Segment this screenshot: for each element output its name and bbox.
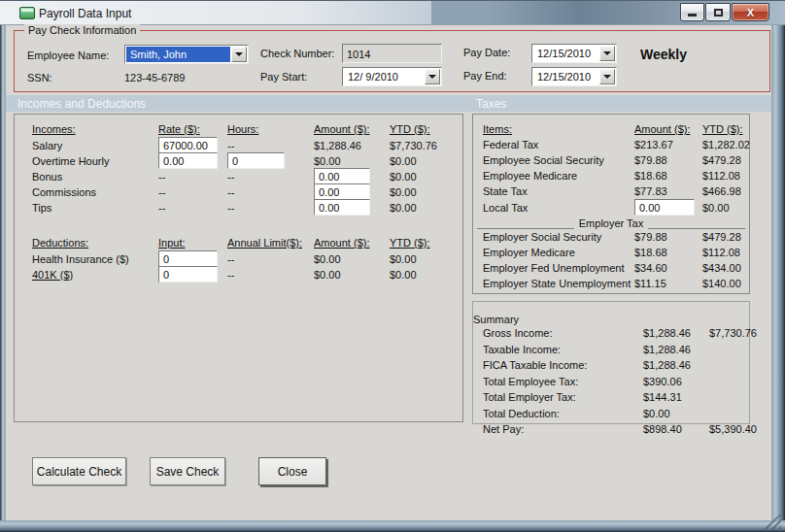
employee-name-label: Employee Name: (27, 50, 109, 61)
summary-groupbox: Summary Gross Income:$1,288.46$7,730.76 … (472, 301, 750, 424)
summary-row-total-deduction: Total Deduction:$0.00 (473, 406, 749, 422)
pay-start-datepicker[interactable]: 12/ 9/2010 (342, 67, 442, 86)
summary-title: Summary (473, 314, 519, 325)
summary-row-gross-income: Gross Income:$1,288.46$7,730.76 (473, 325, 749, 342)
incomes-deductions-panel: Incomes:Rate ($):Hours:Amount ($):YTD ($… (14, 114, 463, 422)
save-check-button[interactable]: Save Check (150, 457, 225, 485)
overtime-rate-input[interactable] (158, 152, 218, 169)
tax-row-employer-medicare: Employer Medicare$18.68$112.08 (473, 245, 749, 260)
chevron-down-icon (235, 52, 243, 56)
pay-start-value: 12/ 9/2010 (344, 69, 424, 84)
check-number-field[interactable] (342, 44, 442, 63)
pay-frequency-label: Weekly (640, 47, 687, 62)
close-form-button[interactable]: Close (258, 457, 326, 485)
section-header-bar: Incomes and Deductions Taxes (6, 95, 771, 112)
tax-row-employer-social-security: Employer Social Security$79.88$479.28 (473, 229, 749, 245)
deduction-row-401k: 401K ($) -- $0.00 $0.00 (15, 266, 462, 282)
summary-row-net-pay: Net Pay:$898.40$5,390.40 (473, 421, 749, 438)
close-icon: X (747, 7, 754, 18)
tips-amount-input[interactable] (314, 199, 370, 216)
pay-start-dropdown-button[interactable] (425, 69, 440, 84)
pay-date-datepicker[interactable]: 12/15/2010 (531, 44, 617, 63)
check-number-label: Check Number: (260, 48, 334, 59)
titlebar: Payroll Data Input X (0, 0, 785, 25)
chevron-down-icon (603, 75, 611, 79)
tax-row-employee-social-security: Employee Social Security$79.88$479.28 (473, 152, 749, 168)
health-insurance-input[interactable] (158, 250, 218, 267)
401k-input[interactable] (158, 266, 218, 283)
employer-tax-subheader: Employer Tax (477, 216, 745, 229)
deduction-row-health-insurance: Health Insurance ($) -- $0.00 $0.00 (15, 250, 462, 266)
pay-end-value: 12/15/2010 (533, 69, 598, 84)
income-row-salary: Salary -- $1,288.46 $7,730.76 (15, 137, 462, 152)
tax-row-state: State Tax$77.83$466.98 (473, 183, 749, 199)
pay-date-label: Pay Date: (463, 47, 510, 58)
bonus-amount-input[interactable] (314, 168, 370, 184)
summary-row-fica-taxable-income: FICA Taxable Income:$1,288.46 (473, 357, 749, 374)
window-frame-right (771, 25, 785, 520)
401k-link[interactable]: 401K ($) (32, 269, 158, 281)
tax-row-employee-medicare: Employee Medicare$18.68$112.08 (473, 168, 749, 183)
taxes-panel: Items:Amount ($):YTD ($): Federal Tax$21… (472, 114, 750, 294)
tax-row-employer-state-unemployment: Employer State Unemployment$11.15$140.00 (473, 276, 749, 291)
window-frame-bottom (0, 520, 785, 532)
overtime-hours-input[interactable] (227, 152, 285, 169)
paycheck-info-title: Pay Check Information (24, 24, 140, 36)
employee-name-dropdown-button[interactable] (231, 47, 247, 62)
income-row-overtime: Overtime Hourly $0.00 $0.00 (15, 152, 462, 168)
commissions-amount-input[interactable] (314, 183, 370, 200)
salary-rate-input[interactable] (158, 137, 218, 153)
close-button[interactable]: X (732, 3, 769, 21)
chevron-down-icon (603, 51, 611, 55)
incomes-header-row: Incomes:Rate ($):Hours:Amount ($):YTD ($… (15, 121, 462, 137)
pay-start-label: Pay Start: (260, 71, 307, 83)
minimize-button[interactable] (680, 3, 704, 21)
pay-date-value: 12/15/2010 (533, 46, 598, 61)
summary-row-taxable-income: Taxable Income:$1,288.46 (473, 342, 749, 358)
tax-row-local: Local Tax $0.00 (473, 199, 749, 215)
summary-row-total-employer-tax: Total Employer Tax:$144.31 (473, 389, 749, 406)
chevron-down-icon (428, 75, 436, 79)
income-row-commissions: Commissions -- -- $0.00 (15, 183, 462, 199)
tax-row-employer-fed-unemployment: Employer Fed Unemployment$34.60$434.00 (473, 260, 749, 276)
ssn-value: 123-45-6789 (124, 72, 185, 83)
summary-row-total-employee-tax: Total Employee Tax:$390.06 (473, 374, 749, 390)
pay-end-datepicker[interactable]: 12/15/2010 (531, 67, 617, 86)
deductions-header-row: Deductions:Input:Annual Limit($):Amount … (15, 235, 462, 250)
window-title: Payroll Data Input (39, 7, 131, 20)
local-tax-input[interactable] (634, 199, 695, 216)
pay-end-label: Pay End: (463, 70, 507, 82)
ssn-label: SSN: (27, 72, 52, 83)
employee-name-value: Smith, John (126, 47, 230, 62)
maximize-icon (714, 9, 723, 17)
tax-row-federal: Federal Tax$213.67$1,282.02 (473, 137, 749, 152)
app-icon (19, 7, 35, 19)
calculate-check-button[interactable]: Calculate Check (32, 457, 126, 485)
incomes-deductions-section-title: Incomes and Deductions (17, 97, 146, 111)
minimize-icon (688, 14, 697, 17)
pay-end-dropdown-button[interactable] (599, 69, 615, 84)
income-row-tips: Tips -- -- $0.00 (15, 199, 462, 215)
income-row-bonus: Bonus -- -- $0.00 (15, 168, 462, 183)
taxes-section-title: Taxes (476, 97, 506, 111)
window-frame-left (0, 25, 6, 520)
taxes-header-row: Items:Amount ($):YTD ($): (473, 121, 749, 137)
payroll-window: Payroll Data Input X Pay Check Informati… (0, 0, 785, 532)
employee-name-combobox[interactable]: Smith, John (124, 45, 249, 64)
maximize-button[interactable] (705, 3, 731, 21)
pay-date-dropdown-button[interactable] (599, 46, 615, 61)
